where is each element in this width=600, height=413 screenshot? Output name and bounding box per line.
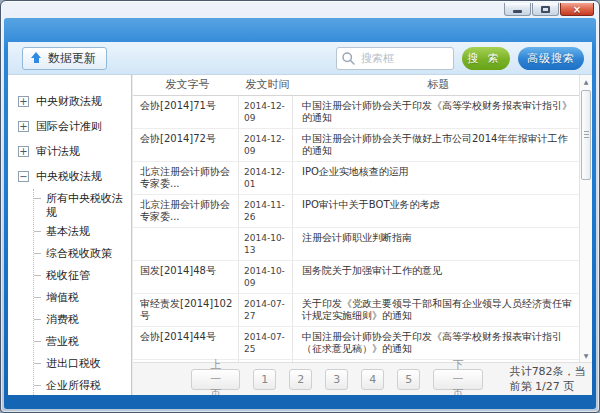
table-row[interactable]: 会协[2014]44号 2014-07-25 中国注册会计师协会关于印发《高等学… — [133, 327, 579, 360]
cell-doc-number: 北京注册会计师协会专家委... — [133, 162, 239, 194]
tree-child-item[interactable]: 税收征管 — [34, 266, 131, 288]
tree-child-item[interactable]: 进出口税收 — [34, 354, 131, 376]
page-button-3[interactable]: 3 — [325, 369, 348, 390]
cell-date: 2014-07-25 — [239, 327, 293, 359]
cell-doc-number — [133, 228, 239, 260]
prev-page-button[interactable]: 上一页 — [191, 369, 240, 390]
tree-child-item[interactable]: 营业税 — [34, 332, 131, 354]
maximize-icon — [541, 6, 550, 13]
table-row[interactable]: 北京注册会计师协会专家委... 2014-12-01 IPO企业实地核查的运用 — [133, 162, 579, 195]
tree-child-label: 税收征管 — [46, 269, 90, 283]
advanced-search-button[interactable]: 高级搜索 — [518, 47, 584, 70]
tree-item-label: 国际会计准则 — [36, 119, 102, 134]
tree-child-item[interactable]: 增值税 — [34, 288, 131, 310]
minimize-icon — [513, 10, 522, 13]
data-update-button[interactable]: 数据更新 — [22, 47, 107, 70]
page-button-5[interactable]: 5 — [397, 369, 420, 390]
tree-toggle-icon[interactable]: + — [18, 121, 29, 132]
cell-date: 2014-10-13 — [239, 228, 293, 260]
app-frame: 数据更新 搜 索 高级搜索 + 中央财政法规 + 国际会计准则 — [4, 18, 596, 409]
toolbar: 数据更新 搜 索 高级搜索 — [8, 42, 592, 75]
regulation-table: 发文字号 发文时间 标题 会协[2014]71号 2014-12-09 中国注册… — [133, 75, 579, 362]
column-header-title[interactable]: 标题 — [293, 79, 579, 91]
table-scrollbar[interactable]: ▲ ▼ — [579, 75, 592, 362]
tree-item-label: 中央税收法规 — [36, 169, 102, 184]
scrollbar-grip — [584, 131, 589, 138]
page-button-4[interactable]: 4 — [361, 369, 384, 390]
tree-child-label: 基本法规 — [46, 225, 90, 239]
app-window: × 数据更新 搜 索 高级搜索 — [0, 0, 600, 413]
cell-title: IPO审计中关于BOT业务的考虑 — [293, 195, 579, 227]
tree-child-item[interactable]: 企业所得税 — [34, 376, 131, 395]
table-row[interactable]: 国发[2014]48号 2014-10-09 国务院关于加强审计工作的意见 — [133, 261, 579, 294]
page-button-1[interactable]: 1 — [253, 369, 276, 390]
table-row[interactable]: 审经责发[2014]102号 2014-07-27 关于印发《党政主要领导干部和… — [133, 294, 579, 327]
search-icon — [341, 51, 356, 66]
tree-child-label: 综合税收政策 — [46, 247, 112, 261]
cell-date: 2014-12-01 — [239, 162, 293, 194]
table-row[interactable]: 2014-10-13 注册会计师职业判断指南 — [133, 228, 579, 261]
data-update-label: 数据更新 — [48, 50, 96, 67]
close-button[interactable]: × — [560, 3, 594, 16]
table-row[interactable]: 会协[2014]72号 2014-12-09 中国注册会计师协会关于做好上市公司… — [133, 129, 579, 162]
cell-date: 2014-12-09 — [239, 129, 293, 161]
tree-child-label: 企业所得税 — [46, 379, 101, 393]
cell-title: 中国注册会计师协会关于印发《高等学校财务报表审计指引》的通知 — [293, 96, 579, 128]
table-body: 会协[2014]71号 2014-12-09 中国注册会计师协会关于印发《高等学… — [133, 96, 579, 362]
cell-doc-number: 会协[2014]71号 — [133, 96, 239, 128]
tree-child-item[interactable]: 所有中央税收法规 — [34, 189, 131, 222]
sidebar: + 中央财政法规 + 国际会计准则 + 审计法规 − 中央税收法规 所有中央税收… — [8, 75, 132, 395]
app-header-band — [4, 18, 596, 42]
column-header-doc-number[interactable]: 发文字号 — [133, 79, 239, 91]
tree-item[interactable]: − 中央税收法规 — [18, 164, 131, 189]
tree-toggle-icon[interactable]: + — [18, 146, 29, 157]
tree-toggle-icon[interactable]: − — [18, 171, 29, 182]
tree-child-label: 进出口税收 — [46, 357, 101, 371]
tree-child-item[interactable]: 基本法规 — [34, 222, 131, 244]
tree-item[interactable]: + 审计法规 — [18, 139, 131, 164]
search-button[interactable]: 搜 索 — [462, 47, 510, 70]
tree-child-label: 所有中央税收法规 — [46, 192, 131, 220]
tree-child-label: 增值税 — [46, 291, 79, 305]
cell-date: 2014-12-09 — [239, 96, 293, 128]
tree-child-label: 消费税 — [46, 313, 79, 327]
cell-doc-number: 会协[2014]44号 — [133, 327, 239, 359]
tree-children: 所有中央税收法规 基本法规 综合税收政策 税收征管 增值税 消费税 营业税 进出… — [33, 189, 131, 395]
tree-item[interactable]: + 中央财政法规 — [18, 89, 131, 114]
pagination-summary: 共计782条，当前第 1/27 页 — [510, 364, 592, 394]
pagination-bar: 上一页 12345 下一页 共计782条，当前第 1/27 页 — [133, 362, 592, 395]
table-header-row: 发文字号 发文时间 标题 — [133, 75, 579, 96]
tree-item[interactable]: + 国际会计准则 — [18, 114, 131, 139]
scroll-down-arrow[interactable]: ▼ — [580, 349, 593, 362]
close-icon: × — [573, 4, 581, 15]
scrollbar-thumb[interactable] — [581, 90, 591, 180]
tree-toggle-icon[interactable]: + — [18, 96, 29, 107]
tree-child-item[interactable]: 消费税 — [34, 310, 131, 332]
cell-date: 2014-07-27 — [239, 294, 293, 326]
search-box — [336, 47, 454, 70]
scrollbar-track[interactable] — [580, 88, 593, 349]
column-header-date[interactable]: 发文时间 — [239, 79, 293, 91]
app-footer-band — [4, 395, 596, 409]
cell-title: IPO企业实地核查的运用 — [293, 162, 579, 194]
cell-date: 2014-11-26 — [239, 195, 293, 227]
minimize-button[interactable] — [504, 3, 531, 16]
window-titlebar[interactable]: × — [4, 1, 596, 18]
cell-title: 中国注册会计师协会关于印发《高等学校财务报表审计指引（征求意见稿）》的通知 — [293, 327, 579, 359]
tree-item-label: 审计法规 — [36, 144, 80, 159]
tree-child-item[interactable]: 综合税收政策 — [34, 244, 131, 266]
table-row[interactable]: 会协[2014]71号 2014-12-09 中国注册会计师协会关于印发《高等学… — [133, 96, 579, 129]
content-pane: 发文字号 发文时间 标题 会协[2014]71号 2014-12-09 中国注册… — [132, 75, 592, 395]
page-button-2[interactable]: 2 — [289, 369, 312, 390]
maximize-button[interactable] — [532, 3, 559, 16]
cell-title: 注册会计师职业判断指南 — [293, 228, 579, 260]
tree-child-label: 营业税 — [46, 335, 79, 349]
upload-arrow-icon — [31, 52, 42, 64]
page-number-buttons: 12345 — [253, 369, 420, 390]
cell-title: 关于印发《党政主要领导干部和国有企业领导人员经济责任审计规定实施细则》的通知 — [293, 294, 579, 326]
next-page-button[interactable]: 下一页 — [433, 369, 482, 390]
cell-doc-number: 国发[2014]48号 — [133, 261, 239, 293]
scroll-up-arrow[interactable]: ▲ — [580, 75, 593, 88]
cell-doc-number: 审经责发[2014]102号 — [133, 294, 239, 326]
table-row[interactable]: 北京注册会计师协会专家委... 2014-11-26 IPO审计中关于BOT业务… — [133, 195, 579, 228]
